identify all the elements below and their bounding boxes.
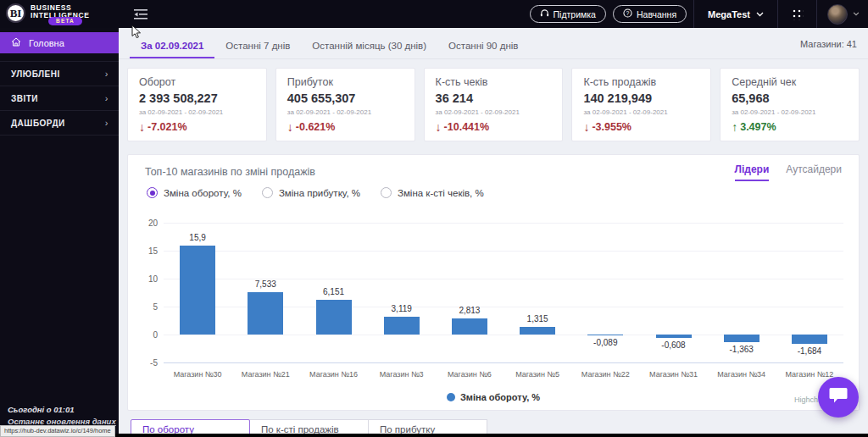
kpi-period: за 02-09-2021 - 02-09-2021 xyxy=(732,108,848,116)
bar-value-label: 7,533 xyxy=(255,279,276,289)
x-axis-category-label: Магазин №5 xyxy=(515,370,559,379)
bar-value-label: 1,315 xyxy=(527,314,548,324)
bar-value-label: 2,813 xyxy=(459,306,480,315)
bar-Магазин №6[interactable] xyxy=(452,318,487,335)
radio-receipts-change[interactable]: Зміна к-сті чеків, % xyxy=(381,187,484,198)
support-button[interactable]: Підтримка xyxy=(530,5,606,23)
kpi-value: 2 393 508,227 xyxy=(139,91,255,105)
kpi-delta-value: -10.441% xyxy=(444,121,490,133)
radio-label: Зміна к-сті чеків, % xyxy=(398,188,484,198)
y-axis-tick: -5 xyxy=(150,358,158,368)
svg-text:?: ? xyxy=(626,10,630,16)
chevron-right-icon: › xyxy=(105,69,108,79)
kpi-title: Середній чек xyxy=(732,76,848,88)
kpi-period: за 02-09-2021 - 02-09-2021 xyxy=(139,108,255,116)
kpi-card-average-check: Середній чек 65,968 за 02-09-2021 - 02-0… xyxy=(720,68,860,141)
kpi-period: за 02-09-2021 - 02-09-2021 xyxy=(436,108,552,116)
kpi-title: Оборот xyxy=(139,76,255,88)
arrow-down-icon: ↓ xyxy=(436,120,442,134)
kpi-title: К-сть чеків xyxy=(436,76,552,88)
tab-last-month[interactable]: Останній місяць (30 днів) xyxy=(301,41,437,58)
radio-profit-change[interactable]: Зміна прибутку, % xyxy=(262,187,360,198)
apps-grid-button[interactable] xyxy=(778,8,816,20)
period-tabs: За 02.09.2021 Останні 7 днів Останній мі… xyxy=(119,28,868,59)
kpi-title: Прибуток xyxy=(287,76,403,88)
question-circle-icon: ? xyxy=(623,8,632,19)
arrow-down-icon: ↓ xyxy=(583,120,589,134)
kpi-value: 36 214 xyxy=(436,91,552,105)
radio-selected-icon xyxy=(147,187,158,198)
y-axis-tick: 10 xyxy=(148,274,158,284)
training-label: Навчання xyxy=(637,9,676,19)
sidebar-item-dashboards[interactable]: ДАШБОРДИ › xyxy=(0,111,119,136)
chat-bubble-icon xyxy=(828,386,849,408)
x-axis-category-label: Магазин №30 xyxy=(174,370,222,379)
sidebar-item-favorites[interactable]: УЛЮБЛЕНІ › xyxy=(0,62,119,86)
kpi-card-sales: К-сть продажів 140 219,949 за 02-09-2021… xyxy=(571,68,711,141)
gridline xyxy=(164,251,843,252)
last-update-time: Сьогодні о 01:01 xyxy=(8,405,116,414)
bar-Магазин №5[interactable] xyxy=(520,327,555,335)
user-menu[interactable] xyxy=(817,4,868,25)
account-name: MegaTest xyxy=(708,9,750,19)
x-axis-category-label: Магазин №12 xyxy=(785,370,833,379)
arrow-down-icon: ↓ xyxy=(139,120,145,134)
bar-value-label: -0,608 xyxy=(661,340,685,350)
x-axis-category-label: Магазин №3 xyxy=(380,370,424,379)
sidebar-home-label: Головна xyxy=(29,38,64,48)
stores-count: Магазини: 41 xyxy=(800,39,857,49)
bar-value-label: -0,089 xyxy=(593,338,617,347)
bar-value-label: 6,151 xyxy=(323,287,344,296)
radio-icon xyxy=(262,187,273,198)
headset-icon xyxy=(540,8,549,19)
tab-current-date[interactable]: За 02.09.2021 xyxy=(130,41,214,58)
bar-Магазин №3[interactable] xyxy=(384,317,420,335)
kpi-card-receipts: К-сть чеків 36 214 за 02-09-2021 - 02-09… xyxy=(424,68,564,141)
kpi-delta: ↓-10.441% xyxy=(436,120,552,134)
x-axis-category-label: Магазин №22 xyxy=(581,370,630,379)
sidebar-item-label: УЛЮБЛЕНІ xyxy=(11,69,60,79)
bar-Магазин №16[interactable] xyxy=(316,300,352,335)
sidebar-sections: УЛЮБЛЕНІ › ЗВІТИ › ДАШБОРДИ › xyxy=(0,61,119,136)
apps-grid-icon xyxy=(791,8,804,20)
kpi-delta: ↓-7.021% xyxy=(139,120,255,134)
tab-leaders[interactable]: Лідери xyxy=(735,163,770,181)
menu-fold-icon[interactable] xyxy=(134,8,147,20)
leaders-tabs: Лідери Аутсайдери xyxy=(735,163,842,181)
bar-Магазин №34[interactable] xyxy=(724,335,760,342)
legend-label: Зміна обороту, % xyxy=(460,392,540,402)
brand-logo[interactable]: BI BUSINESS INTELLIGENCE BETA xyxy=(0,0,119,28)
legend-marker-icon xyxy=(447,393,455,401)
chart-legend[interactable]: Зміна обороту, % xyxy=(128,392,859,402)
radio-icon xyxy=(381,187,392,198)
bar-Магазин №31[interactable] xyxy=(656,335,692,338)
bar-value-label: 3,119 xyxy=(392,304,412,313)
arrow-up-icon: ↑ xyxy=(732,120,737,134)
header-actions: Підтримка ? Навчання MegaTest xyxy=(530,0,868,28)
tab-last-90-days[interactable]: Останні 90 днів xyxy=(437,41,529,58)
sidebar-item-home[interactable]: Головна xyxy=(0,32,119,53)
chat-widget-button[interactable] xyxy=(818,377,859,418)
gridline xyxy=(164,223,843,224)
x-axis-category-label: Магазин №6 xyxy=(448,370,492,379)
bar-Магазин №12[interactable] xyxy=(792,335,827,344)
radio-turnover-change[interactable]: Зміна обороту, % xyxy=(147,187,242,198)
bottom-edge-bar xyxy=(0,434,868,437)
chart-plot: 20151050-515,9Магазин №307,533Магазин №2… xyxy=(164,223,843,363)
kpi-card-profit: Прибуток 405 655,307 за 02-09-2021 - 02-… xyxy=(275,68,415,141)
bar-Магазин №30[interactable] xyxy=(180,246,215,335)
bar-Магазин №22[interactable] xyxy=(587,335,623,335)
sidebar-item-reports[interactable]: ЗВІТИ › xyxy=(0,86,119,111)
sidebar-item-label: ДАШБОРДИ xyxy=(11,119,65,128)
kpi-value: 405 655,307 xyxy=(287,91,403,105)
tab-last-7-days[interactable]: Останні 7 днів xyxy=(214,41,301,58)
x-axis-category-label: Магазин №31 xyxy=(649,370,698,379)
tab-outsiders[interactable]: Аутсайдери xyxy=(786,163,842,181)
kpi-value: 140 219,949 xyxy=(583,91,699,105)
bar-Магазин №21[interactable] xyxy=(248,292,283,335)
beta-badge: BETA xyxy=(48,17,82,25)
y-axis-tick: 20 xyxy=(148,218,158,228)
account-dropdown[interactable]: MegaTest xyxy=(694,9,777,19)
training-button[interactable]: ? Навчання xyxy=(613,5,687,23)
x-axis-category-label: Магазин №34 xyxy=(717,370,765,379)
